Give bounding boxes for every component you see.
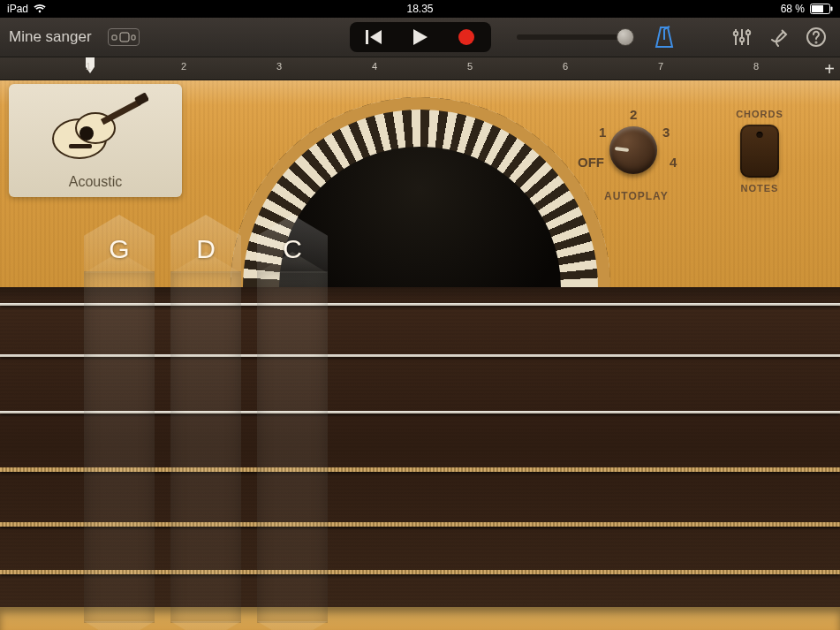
autoplay-1-label: 1 [599, 125, 606, 140]
view-toggle[interactable] [108, 28, 140, 46]
mixer-icon[interactable] [732, 28, 752, 46]
mode-notes-label: NOTES [724, 183, 795, 194]
chords-notes-switch[interactable] [740, 125, 779, 178]
ruler-mark: 8 [753, 61, 759, 72]
autoplay-control: OFF 1 2 3 4 AUTOPLAY [574, 107, 689, 195]
svg-point-8 [740, 38, 744, 42]
svg-rect-4 [120, 33, 129, 42]
autoplay-4-label: 4 [670, 155, 677, 170]
ruler-mark: 3 [276, 61, 282, 72]
add-section-button[interactable]: + [824, 59, 835, 80]
svg-rect-2 [831, 7, 833, 11]
svg-rect-16 [101, 99, 141, 125]
autoplay-knob[interactable] [609, 126, 657, 174]
svg-point-7 [734, 32, 738, 35]
svg-point-14 [79, 126, 94, 140]
autoplay-2-label: 2 [630, 107, 637, 122]
chord-strip-d[interactable] [170, 271, 241, 623]
status-bar: iPad 18.35 68 % [0, 0, 840, 18]
record-button[interactable] [443, 24, 489, 50]
svg-rect-3 [112, 35, 117, 40]
battery-percent: 68 % [781, 3, 805, 15]
guitar-icon [42, 93, 148, 163]
chord-strip-c[interactable] [257, 271, 328, 623]
ruler-mark: 4 [372, 61, 377, 72]
instrument-name: Acoustic [69, 174, 122, 190]
svg-rect-15 [69, 144, 92, 148]
master-volume-slider[interactable] [517, 34, 627, 40]
svg-rect-5 [132, 35, 135, 40]
svg-point-9 [746, 31, 750, 34]
play-button[interactable] [397, 24, 443, 50]
ruler-mark: 6 [563, 61, 568, 72]
help-icon[interactable] [806, 27, 826, 47]
svg-point-11 [816, 42, 817, 43]
autoplay-off-label: OFF [578, 155, 604, 170]
metronome-icon[interactable] [654, 26, 675, 49]
ruler-mark: 2 [181, 61, 186, 72]
transport-controls [350, 22, 491, 52]
ruler-mark: 5 [467, 61, 473, 72]
svg-rect-1 [812, 5, 823, 12]
clock: 18.35 [406, 3, 433, 15]
mode-chords-label: CHORDS [724, 109, 795, 119]
instrument-selector[interactable]: Acoustic [9, 84, 182, 197]
device-label: iPad [7, 3, 28, 15]
battery-icon [810, 4, 833, 14]
autoplay-3-label: 3 [662, 125, 670, 140]
ruler-mark: 1 [86, 61, 91, 72]
autoplay-title: AUTOPLAY [604, 190, 669, 202]
wifi-icon [34, 4, 46, 13]
songs-button[interactable]: Mine sanger [9, 28, 92, 46]
volume-thumb[interactable] [617, 28, 634, 46]
ruler-mark: 7 [658, 61, 663, 72]
chord-strip-g[interactable] [84, 271, 155, 623]
rewind-button[interactable] [352, 24, 397, 50]
timeline-ruler[interactable]: 1 2 3 4 5 6 7 8 + [0, 57, 840, 80]
mode-switch-group: CHORDS NOTES [724, 109, 795, 194]
settings-icon[interactable] [769, 27, 789, 47]
svg-rect-6 [366, 30, 368, 44]
fretboard[interactable] [0, 287, 840, 607]
toolbar: Mine sanger [0, 18, 840, 57]
